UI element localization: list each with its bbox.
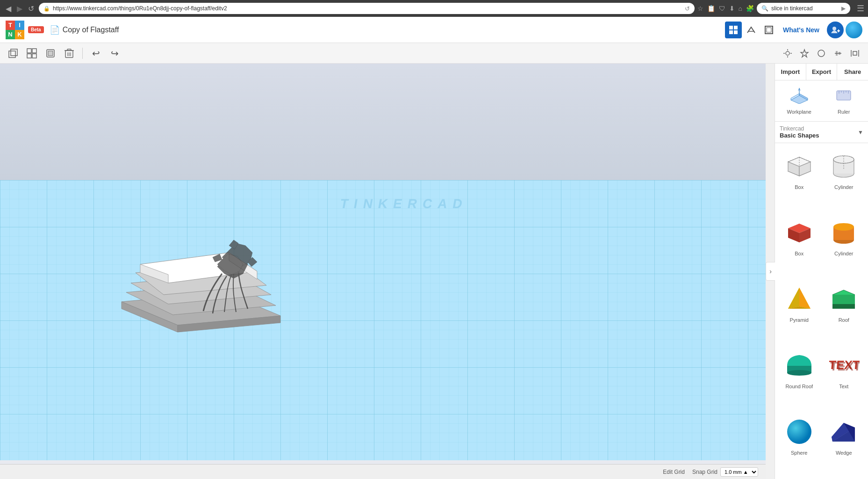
search-text: slice in tinkercad — [771, 5, 813, 12]
align-button[interactable] — [831, 46, 846, 61]
dropdown-category: Tinkercad — [780, 125, 856, 132]
home-nav-icon[interactable]: ⌂ — [739, 5, 742, 12]
logo-letter-n: N — [6, 30, 15, 39]
shape-item-sphere[interactable]: Sphere — [779, 413, 820, 475]
shape-dropdown[interactable]: Tinkercad Basic Shapes ▼ — [775, 122, 868, 143]
bookmark-icon[interactable]: ☆ — [697, 5, 703, 12]
shape-item-wedge[interactable]: Wedge — [824, 413, 865, 475]
svg-rect-32 — [836, 51, 838, 56]
share-button[interactable]: Share — [837, 64, 868, 80]
cylinder-wireframe-icon — [827, 150, 860, 182]
sphere-icon — [783, 415, 816, 448]
canvas-3d: TINKERCAD — [0, 64, 766, 479]
distribute-button[interactable] — [847, 46, 862, 61]
reload-button[interactable]: ↺ — [26, 3, 36, 14]
toolbar-separator-1 — [82, 48, 83, 59]
text-3d-label: Text — [839, 384, 848, 389]
svg-point-110 — [787, 420, 811, 444]
copy-to-workplane-button[interactable] — [6, 46, 21, 61]
svg-rect-3 — [734, 30, 738, 34]
app-title[interactable]: Copy of Flagstaff — [63, 26, 119, 34]
delete-button[interactable] — [62, 46, 77, 61]
panel-collapse-button[interactable]: › — [766, 262, 775, 281]
logo-letter-i: I — [15, 21, 24, 30]
secondary-toolbar: ↩ ↪ — [0, 43, 868, 64]
back-button[interactable]: ◀ — [4, 3, 13, 14]
cylinder-solid-label: Cylinder — [834, 251, 853, 256]
workplane-label: Workplane — [787, 109, 811, 115]
ruler-label: Ruler — [838, 109, 850, 115]
forward-button[interactable]: ▶ — [15, 3, 24, 14]
undo-button[interactable]: ↩ — [88, 46, 103, 61]
export-button[interactable]: Export — [806, 64, 838, 80]
tinkercad-logo[interactable]: T I N K — [6, 21, 24, 39]
dropdown-value: Basic Shapes — [780, 132, 856, 139]
shape-item-box-solid[interactable]: Box — [779, 213, 820, 276]
ruler-icon — [834, 87, 853, 107]
shape-item-roof[interactable]: Roof — [824, 280, 865, 342]
browser-nav: ◀ ▶ ↺ — [4, 3, 36, 14]
search-bar[interactable]: 🔍 slice in tinkercad ▶ — [757, 3, 850, 14]
align-view-button[interactable] — [760, 22, 777, 38]
svg-rect-36 — [853, 51, 857, 55]
shape-item-round-roof[interactable]: Round Roof — [779, 346, 820, 409]
workplane-tool[interactable]: Workplane — [779, 84, 820, 117]
box-wireframe-icon — [783, 150, 816, 182]
redo-button[interactable]: ↪ — [107, 46, 122, 61]
notes-button[interactable] — [797, 46, 812, 61]
svg-marker-96 — [788, 288, 799, 309]
svg-rect-6 — [767, 28, 771, 32]
edit-grid-label[interactable]: Edit Grid — [663, 469, 685, 475]
whats-new-button[interactable]: What's New — [783, 26, 819, 34]
svg-point-30 — [818, 50, 825, 57]
svg-point-7 — [832, 27, 836, 30]
snap-grid-select[interactable]: 1.0 mm ▲ 0.5 mm 0.25 mm 0.1 mm 2.0 mm — [720, 467, 758, 477]
cylinder-wire-label: Cylinder — [834, 184, 853, 190]
bookmark-list-icon[interactable]: 📋 — [707, 5, 715, 12]
light-button[interactable] — [780, 46, 795, 61]
svg-point-107 — [787, 370, 811, 376]
pyramid-icon — [783, 283, 816, 315]
shield-icon[interactable]: 🛡 — [719, 5, 725, 12]
3d-objects[interactable] — [84, 180, 365, 358]
ruler-tool[interactable]: Ruler — [824, 84, 865, 117]
perspective-view-button[interactable] — [743, 22, 760, 38]
svg-rect-11 — [11, 49, 17, 56]
doc-icon[interactable]: 📄 — [50, 25, 60, 35]
svg-point-24 — [786, 51, 789, 55]
import-button[interactable]: Import — [775, 64, 806, 80]
svg-rect-12 — [27, 49, 31, 53]
shape-item-cylinder-solid[interactable]: Cylinder — [824, 213, 865, 276]
svg-rect-13 — [32, 49, 36, 53]
box-solid-icon — [783, 216, 816, 249]
search-arrow-icon: ▶ — [841, 5, 846, 12]
shape-item-pyramid[interactable]: Pyramid — [779, 280, 820, 342]
address-bar[interactable]: 🔒 https://www.tinkercad.com/things/0Ru1e… — [39, 3, 695, 14]
dropdown-arrow-icon: ▼ — [858, 129, 863, 136]
menu-icon[interactable]: ☰ — [857, 3, 864, 14]
grid-view-button[interactable] — [725, 22, 742, 38]
svg-rect-20 — [67, 49, 71, 51]
extension-icon[interactable]: 🧩 — [746, 5, 754, 12]
svg-marker-100 — [832, 304, 855, 309]
group-button[interactable] — [24, 46, 39, 61]
round-roof-icon — [783, 349, 816, 382]
circle-button[interactable] — [814, 46, 829, 61]
background-sky — [0, 64, 766, 188]
download-icon[interactable]: ⬇ — [729, 5, 735, 12]
text-3d-icon: TEXT TEXT — [827, 349, 860, 382]
beta-badge: Beta — [28, 26, 44, 33]
main-layout: ↑ BACK ⌂ ↺ + − ✦ — [0, 64, 868, 479]
svg-rect-10 — [9, 51, 15, 58]
shape-item-box-wire[interactable]: Box — [779, 147, 820, 210]
shape-item-text-3d[interactable]: TEXT TEXT Text — [824, 346, 865, 409]
toolbar-right — [780, 46, 862, 61]
user-add-button[interactable] — [827, 22, 844, 38]
grid-plane: TINKERCAD — [0, 180, 766, 460]
url-text: https://www.tinkercad.com/things/0Ru1eQn… — [53, 5, 682, 12]
user-profile-button[interactable] — [846, 22, 862, 38]
canvas-area[interactable]: ↑ BACK ⌂ ↺ + − ✦ — [0, 64, 766, 479]
ungroup-button[interactable] — [43, 46, 58, 61]
roof-label: Roof — [839, 317, 849, 323]
shape-item-cylinder-wire[interactable]: Cylinder — [824, 147, 865, 210]
